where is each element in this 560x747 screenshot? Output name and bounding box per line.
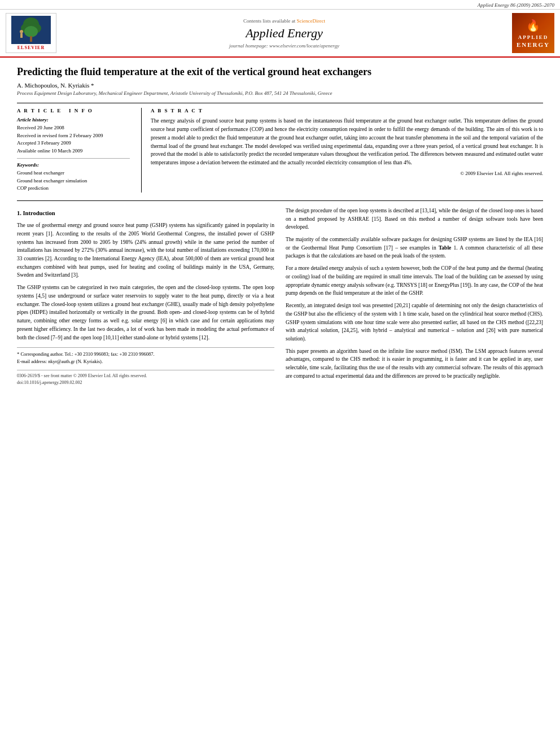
article-history-title: Article history: (17, 117, 130, 123)
sciencedirect-label: Contents lists available at ScienceDirec… (243, 18, 325, 24)
received1: Received 20 June 2008 (17, 124, 130, 132)
elsevier-tree-image (11, 16, 51, 44)
doi-line: doi:10.1016/j.apenergy.2009.02.002 (17, 379, 274, 386)
body-para-3: The design procedure of the open loop sy… (286, 207, 543, 231)
footnote-area: * Corresponding author. Tel.: +30 2310 9… (17, 347, 274, 365)
article-affiliation: Process Equipment Design Laboratory, Mec… (17, 90, 543, 96)
journal-center: Contents lists available at ScienceDirec… (62, 13, 506, 53)
svg-rect-7 (20, 33, 23, 38)
info-abstract-section: A R T I C L E I N F O Article history: R… (17, 103, 543, 193)
body-columns: 1. Introduction The use of geothermal en… (17, 200, 543, 387)
journal-header: ELSEVIER Contents lists available at Sci… (0, 10, 560, 58)
keyword-3: COP prediction (17, 185, 130, 193)
svg-rect-5 (30, 36, 32, 42)
body-para-6: Recently, an integrated design tool was … (286, 302, 543, 343)
received2: Received in revised form 2 February 2009 (17, 132, 130, 140)
article-info-title: A R T I C L E I N F O (17, 108, 130, 113)
applied-energy-badge: 🔥 APPLIED ENERGY (512, 13, 554, 53)
flame-icon: 🔥 (526, 19, 541, 32)
article-info: A R T I C L E I N F O Article history: R… (17, 108, 130, 193)
elsevier-brand-name: ELSEVIER (18, 45, 45, 50)
accepted: Accepted 3 February 2009 (17, 139, 130, 147)
body-col-left: 1. Introduction The use of geothermal en… (17, 207, 274, 387)
abstract-text: The energy analysis of ground source hea… (151, 117, 543, 167)
journal-title: Applied Energy (246, 26, 323, 41)
keyword-1: Ground heat exchanger (17, 169, 130, 177)
main-content: Predicting the fluid temperature at the … (0, 58, 560, 398)
keywords-title: Keywords: (17, 162, 130, 168)
copyright: © 2009 Elsevier Ltd. All rights reserved… (151, 171, 543, 176)
journal-citation: Applied Energy 86 (2009) 2065–2070 (0, 0, 560, 10)
article-authors: A. Michopoulos, N. Kyriakis * (17, 82, 543, 89)
table-ref: Table (439, 245, 451, 251)
body-para-7: This paper presents an algorithm based o… (286, 347, 543, 381)
body-para-5: For a more detailed energy analysis of s… (286, 264, 543, 298)
divider (17, 158, 130, 159)
journal-homepage: journal homepage: www.elsevier.com/locat… (229, 43, 339, 49)
body-para-4: The majority of the commercially availab… (286, 235, 543, 260)
elsevier-logo: ELSEVIER (6, 13, 56, 53)
issn-line: 0306-2619/$ - see front matter © 2009 El… (17, 373, 274, 379)
body-para-1: The use of geothermal energy and ground … (17, 221, 274, 279)
abstract-section: A B S T R A C T The energy analysis of g… (141, 108, 543, 193)
email-footnote: E-mail address: nkyr@auth.gr (N. Kyriaki… (17, 358, 274, 365)
svg-point-4 (24, 26, 38, 37)
body-col-right: The design procedure of the open loop sy… (286, 207, 543, 387)
corresponding-author: * Corresponding author. Tel.: +30 2310 9… (17, 351, 274, 358)
available-online: Available online 10 March 2009 (17, 147, 130, 155)
abstract-title: A B S T R A C T (151, 108, 543, 113)
svg-point-6 (20, 30, 23, 33)
section1-heading: 1. Introduction (17, 209, 274, 218)
doi-area: 0306-2619/$ - see front matter © 2009 El… (17, 370, 274, 387)
article-title: Predicting the fluid temperature at the … (17, 65, 543, 78)
body-para-2: The GSHP systems can be categorized in t… (17, 283, 274, 342)
keyword-2: Ground heat exchanger simulation (17, 177, 130, 185)
